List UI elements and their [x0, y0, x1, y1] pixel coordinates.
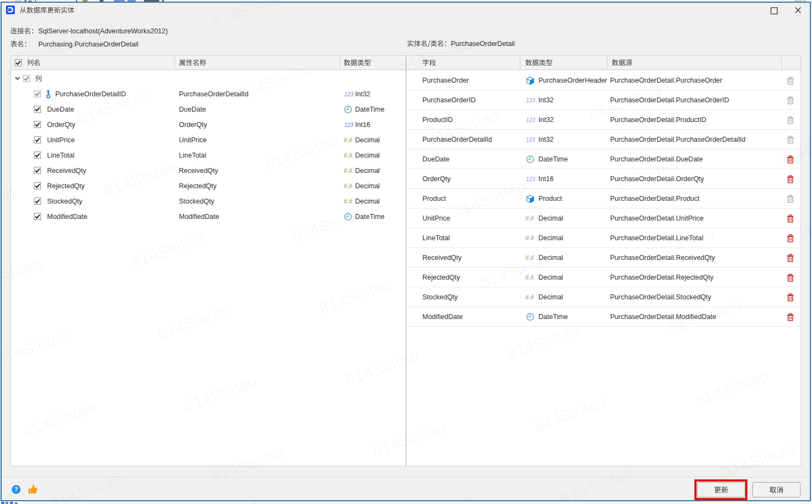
svg-text:?: ?	[14, 486, 18, 493]
